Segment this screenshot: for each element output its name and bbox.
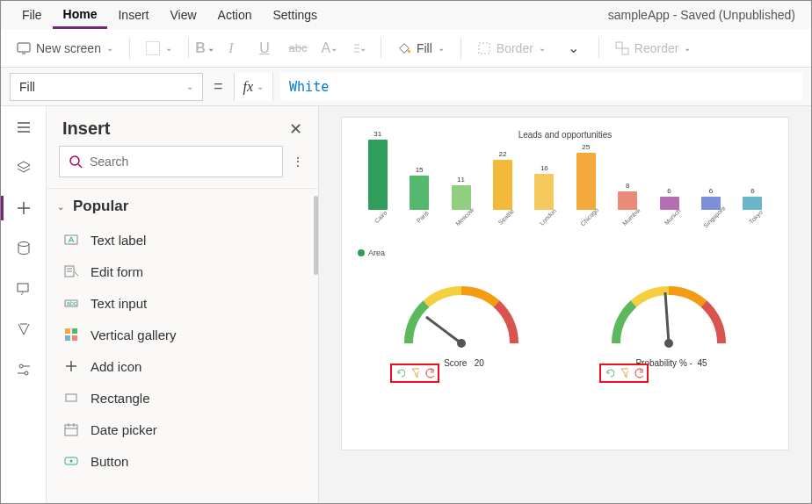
- align-icon[interactable]: ⌄: [352, 41, 366, 55]
- item-text-input[interactable]: abcText input: [47, 287, 318, 319]
- menu-home[interactable]: Home: [53, 2, 108, 29]
- equals-sign: =: [210, 77, 227, 96]
- app-screen[interactable]: Leads and opportunities 31Cairo15Paris11…: [341, 117, 789, 450]
- close-icon[interactable]: ✕: [289, 119, 302, 139]
- refresh-icon: [395, 367, 405, 379]
- group-label: Popular: [73, 198, 128, 215]
- strikethrough-icon[interactable]: abc: [291, 41, 305, 55]
- item-vertical-gallery[interactable]: Vertical gallery: [47, 319, 318, 350]
- border-button[interactable]: Border⌄: [470, 38, 553, 59]
- item-add-icon[interactable]: Add icon: [47, 350, 318, 382]
- reorder-button[interactable]: Reorder⌄: [608, 38, 699, 59]
- fill-button[interactable]: Fill⌄: [390, 38, 452, 59]
- svg-line-42: [426, 317, 461, 343]
- canvas-area[interactable]: Leads and opportunities 31Cairo15Paris11…: [319, 106, 811, 504]
- pie-icon: [634, 367, 643, 379]
- gauge-score: Score 20: [378, 273, 545, 368]
- new-screen-button[interactable]: New screen ⌄: [10, 38, 120, 59]
- search-input[interactable]: [90, 155, 273, 169]
- svg-rect-30: [72, 328, 77, 334]
- svg-point-41: [70, 460, 73, 463]
- fx-button[interactable]: fx ⌄: [234, 73, 274, 101]
- item-rectangle[interactable]: Rectangle: [47, 382, 318, 414]
- gauges-row: Score 20: [358, 273, 772, 368]
- new-screen-label: New screen: [36, 41, 101, 55]
- pie-icon: [424, 367, 434, 379]
- property-selector[interactable]: Fill ⌄: [10, 73, 203, 101]
- gauge-score-label: Score: [444, 358, 467, 368]
- left-rail: ♪: [1, 106, 47, 504]
- svg-point-14: [18, 242, 29, 247]
- group-popular[interactable]: ⌄ Popular: [47, 189, 318, 224]
- text-input-icon: abc: [62, 294, 80, 312]
- fill-label: Fill: [417, 41, 432, 55]
- svg-text:♪: ♪: [20, 289, 24, 297]
- rectangle-icon: [62, 389, 80, 407]
- menu-insert[interactable]: Insert: [107, 3, 159, 27]
- border-icon: [477, 41, 491, 55]
- svg-rect-7: [616, 42, 622, 48]
- more-options-icon[interactable]: ⋮: [292, 155, 306, 169]
- svg-rect-29: [65, 328, 70, 334]
- svg-point-5: [407, 49, 410, 53]
- reorder-label: Reorder: [634, 41, 679, 55]
- filter-icon: [620, 367, 629, 379]
- button-icon: [62, 452, 80, 470]
- rail-layers-icon[interactable]: [13, 157, 34, 178]
- border-label: Border: [497, 41, 533, 55]
- chevron-down-icon: ⌄: [186, 82, 193, 91]
- app-title: sampleApp - Saved (Unpublished): [608, 8, 801, 22]
- svg-point-43: [457, 339, 466, 348]
- formula-input[interactable]: [280, 73, 802, 101]
- chevron-down-big-icon[interactable]: ⌄: [567, 41, 581, 55]
- italic-icon[interactable]: I: [224, 41, 238, 55]
- svg-point-46: [664, 339, 673, 348]
- screen-icon: [17, 41, 31, 55]
- menu-action[interactable]: Action: [207, 3, 263, 27]
- edit-form-icon: [62, 263, 80, 280]
- highlight-box-probability: [599, 364, 649, 383]
- svg-line-45: [665, 292, 669, 343]
- search-box[interactable]: [59, 146, 283, 177]
- panel-title: Insert: [62, 119, 110, 139]
- bold-icon[interactable]: B⌄: [198, 41, 212, 55]
- rail-variables-icon[interactable]: [13, 319, 34, 340]
- font-color-icon[interactable]: A⌄: [323, 41, 337, 55]
- rail-media-icon[interactable]: ♪: [13, 278, 34, 299]
- fill-bucket-icon: [397, 41, 411, 55]
- item-edit-form[interactable]: Edit form: [47, 256, 318, 287]
- item-date-picker[interactable]: Date picker: [47, 414, 318, 445]
- rail-data-icon[interactable]: [13, 238, 34, 259]
- reorder-icon: [615, 41, 629, 55]
- item-button[interactable]: Button: [47, 445, 318, 477]
- plus-icon: [62, 357, 80, 375]
- gauge-prob-value: 45: [697, 358, 707, 368]
- rail-hamburger-icon[interactable]: [13, 117, 34, 138]
- filter-icon: [410, 367, 420, 379]
- fx-icon: fx: [243, 79, 254, 95]
- refresh-icon: [605, 367, 614, 379]
- svg-rect-35: [66, 394, 76, 401]
- svg-point-17: [19, 364, 23, 368]
- legend-dot-icon: [358, 249, 365, 256]
- chevron-down-icon: ⌄: [257, 82, 264, 91]
- svg-line-22: [78, 164, 82, 168]
- svg-point-21: [70, 156, 79, 165]
- highlight-box-score: [390, 364, 439, 383]
- menu-view[interactable]: View: [159, 3, 207, 27]
- ribbon-toolbar: New screen ⌄ ⌄ B⌄ I U abc A⌄ ⌄ Fill⌄ Bor…: [1, 29, 811, 68]
- rail-tools-icon[interactable]: [13, 359, 34, 380]
- item-text-label[interactable]: Text label: [47, 224, 318, 256]
- svg-rect-31: [65, 335, 70, 341]
- legend-label: Area: [368, 248, 385, 257]
- menu-settings[interactable]: Settings: [263, 3, 329, 27]
- rail-insert-icon[interactable]: [13, 198, 34, 219]
- underline-icon[interactable]: U: [257, 41, 272, 55]
- gauge-probability: Probability % - 45: [585, 273, 752, 368]
- chevron-down-icon: ⌄: [106, 43, 113, 53]
- svg-rect-8: [622, 48, 628, 54]
- property-name: Fill: [19, 80, 35, 94]
- menu-file[interactable]: File: [11, 3, 53, 27]
- scrollbar-thumb[interactable]: [314, 196, 318, 275]
- theme-color-button[interactable]: ⌄: [139, 38, 179, 59]
